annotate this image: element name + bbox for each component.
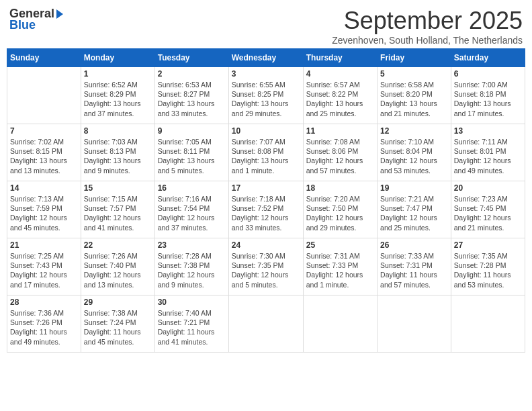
day-number: 2 (158, 69, 226, 79)
day-number: 6 (454, 69, 522, 79)
day-number: 15 (84, 183, 152, 193)
day-number: 25 (306, 240, 374, 250)
day-number: 5 (380, 69, 448, 79)
day-number: 21 (10, 240, 78, 250)
day-info: Sunrise: 7:08 AM Sunset: 8:06 PM Dayligh… (306, 137, 374, 175)
title-area: September 2025 Zevenhoven, South Holland… (332, 7, 523, 46)
day-number: 22 (84, 240, 152, 250)
day-info: Sunrise: 7:03 AM Sunset: 8:13 PM Dayligh… (84, 137, 152, 175)
weekday-header: Monday (81, 49, 154, 67)
calendar-cell: 4Sunrise: 6:57 AM Sunset: 8:22 PM Daylig… (303, 67, 377, 124)
day-info: Sunrise: 7:00 AM Sunset: 8:18 PM Dayligh… (454, 80, 522, 118)
day-info: Sunrise: 7:02 AM Sunset: 8:15 PM Dayligh… (10, 137, 78, 175)
calendar-cell: 25Sunrise: 7:31 AM Sunset: 7:33 PM Dayli… (303, 238, 377, 295)
calendar-cell: 30Sunrise: 7:40 AM Sunset: 7:21 PM Dayli… (154, 295, 228, 353)
day-number: 30 (158, 298, 226, 307)
day-info: Sunrise: 7:28 AM Sunset: 7:38 PM Dayligh… (158, 251, 226, 289)
calendar-cell: 22Sunrise: 7:26 AM Sunset: 7:40 PM Dayli… (81, 238, 154, 295)
day-number: 3 (232, 69, 300, 79)
calendar-cell: 12Sunrise: 7:10 AM Sunset: 8:04 PM Dayli… (378, 124, 451, 181)
calendar-cell (378, 295, 451, 353)
calendar-cell (303, 295, 377, 353)
calendar-cell: 14Sunrise: 7:13 AM Sunset: 7:59 PM Dayli… (7, 181, 81, 238)
day-info: Sunrise: 7:40 AM Sunset: 7:21 PM Dayligh… (158, 308, 226, 347)
logo-arrow-icon (56, 9, 63, 19)
calendar-cell: 10Sunrise: 7:07 AM Sunset: 8:08 PM Dayli… (228, 124, 303, 181)
calendar-cell: 24Sunrise: 7:30 AM Sunset: 7:35 PM Dayli… (228, 238, 303, 295)
day-number: 16 (158, 183, 226, 193)
logo: General Blue (9, 7, 63, 32)
calendar-week-row: 14Sunrise: 7:13 AM Sunset: 7:59 PM Dayli… (7, 181, 525, 238)
weekday-header: Friday (378, 49, 451, 67)
calendar-cell: 20Sunrise: 7:23 AM Sunset: 7:45 PM Dayli… (451, 181, 525, 238)
calendar-week-row: 1Sunrise: 6:52 AM Sunset: 8:29 PM Daylig… (7, 67, 525, 124)
calendar-cell: 16Sunrise: 7:16 AM Sunset: 7:54 PM Dayli… (154, 181, 228, 238)
calendar-cell: 6Sunrise: 7:00 AM Sunset: 8:18 PM Daylig… (451, 67, 525, 124)
day-number: 29 (84, 298, 152, 307)
weekday-header: Sunday (7, 49, 81, 67)
day-info: Sunrise: 6:55 AM Sunset: 8:25 PM Dayligh… (232, 80, 300, 118)
calendar-cell: 23Sunrise: 7:28 AM Sunset: 7:38 PM Dayli… (154, 238, 228, 295)
calendar-cell: 8Sunrise: 7:03 AM Sunset: 8:13 PM Daylig… (81, 124, 154, 181)
day-info: Sunrise: 7:21 AM Sunset: 7:47 PM Dayligh… (380, 194, 448, 232)
calendar-cell: 18Sunrise: 7:20 AM Sunset: 7:50 PM Dayli… (303, 181, 377, 238)
day-info: Sunrise: 7:18 AM Sunset: 7:52 PM Dayligh… (232, 194, 300, 232)
day-info: Sunrise: 7:35 AM Sunset: 7:28 PM Dayligh… (454, 251, 522, 289)
day-number: 14 (10, 183, 78, 193)
day-number: 1 (84, 69, 152, 79)
weekday-header: Tuesday (154, 49, 228, 67)
calendar-cell: 2Sunrise: 6:53 AM Sunset: 8:27 PM Daylig… (154, 67, 228, 124)
day-number: 12 (380, 126, 448, 136)
day-number: 17 (232, 183, 300, 193)
day-info: Sunrise: 7:33 AM Sunset: 7:31 PM Dayligh… (380, 251, 448, 289)
day-info: Sunrise: 7:30 AM Sunset: 7:35 PM Dayligh… (232, 251, 300, 289)
calendar-header-row: SundayMondayTuesdayWednesdayThursdayFrid… (7, 49, 525, 67)
weekday-header: Thursday (303, 49, 377, 67)
day-info: Sunrise: 6:52 AM Sunset: 8:29 PM Dayligh… (84, 80, 152, 118)
logo-blue: Blue (9, 18, 36, 32)
day-info: Sunrise: 7:15 AM Sunset: 7:57 PM Dayligh… (84, 194, 152, 232)
day-number: 7 (10, 126, 78, 136)
day-info: Sunrise: 7:13 AM Sunset: 7:59 PM Dayligh… (10, 194, 78, 232)
day-number: 13 (454, 126, 522, 136)
day-number: 24 (232, 240, 300, 250)
calendar-cell: 11Sunrise: 7:08 AM Sunset: 8:06 PM Dayli… (303, 124, 377, 181)
day-number: 4 (306, 69, 374, 79)
calendar-cell: 13Sunrise: 7:11 AM Sunset: 8:01 PM Dayli… (451, 124, 525, 181)
day-info: Sunrise: 7:25 AM Sunset: 7:43 PM Dayligh… (10, 251, 78, 289)
day-number: 9 (158, 126, 226, 136)
day-info: Sunrise: 6:58 AM Sunset: 8:20 PM Dayligh… (380, 80, 448, 118)
calendar-week-row: 21Sunrise: 7:25 AM Sunset: 7:43 PM Dayli… (7, 238, 525, 295)
calendar-table: SundayMondayTuesdayWednesdayThursdayFrid… (7, 48, 525, 353)
day-info: Sunrise: 7:16 AM Sunset: 7:54 PM Dayligh… (158, 194, 226, 232)
day-number: 11 (306, 126, 374, 136)
calendar-cell: 21Sunrise: 7:25 AM Sunset: 7:43 PM Dayli… (7, 238, 81, 295)
calendar-cell: 7Sunrise: 7:02 AM Sunset: 8:15 PM Daylig… (7, 124, 81, 181)
day-number: 26 (380, 240, 448, 250)
calendar-cell: 15Sunrise: 7:15 AM Sunset: 7:57 PM Dayli… (81, 181, 154, 238)
calendar-cell (228, 295, 303, 353)
calendar-cell: 19Sunrise: 7:21 AM Sunset: 7:47 PM Dayli… (378, 181, 451, 238)
day-info: Sunrise: 7:05 AM Sunset: 8:11 PM Dayligh… (158, 137, 226, 175)
day-number: 18 (306, 183, 374, 193)
calendar-cell: 26Sunrise: 7:33 AM Sunset: 7:31 PM Dayli… (378, 238, 451, 295)
day-info: Sunrise: 7:20 AM Sunset: 7:50 PM Dayligh… (306, 194, 374, 232)
day-info: Sunrise: 6:57 AM Sunset: 8:22 PM Dayligh… (306, 80, 374, 118)
day-info: Sunrise: 7:07 AM Sunset: 8:08 PM Dayligh… (232, 137, 300, 175)
day-number: 8 (84, 126, 152, 136)
weekday-header: Saturday (451, 49, 525, 67)
day-info: Sunrise: 7:23 AM Sunset: 7:45 PM Dayligh… (454, 194, 522, 232)
month-title: September 2025 (332, 7, 523, 35)
day-number: 19 (380, 183, 448, 193)
calendar-cell: 9Sunrise: 7:05 AM Sunset: 8:11 PM Daylig… (154, 124, 228, 181)
calendar-cell: 3Sunrise: 6:55 AM Sunset: 8:25 PM Daylig… (228, 67, 303, 124)
calendar-week-row: 7Sunrise: 7:02 AM Sunset: 8:15 PM Daylig… (7, 124, 525, 181)
calendar-cell: 29Sunrise: 7:38 AM Sunset: 7:24 PM Dayli… (81, 295, 154, 353)
calendar-week-row: 28Sunrise: 7:36 AM Sunset: 7:26 PM Dayli… (7, 295, 525, 353)
day-number: 10 (232, 126, 300, 136)
day-info: Sunrise: 7:10 AM Sunset: 8:04 PM Dayligh… (380, 137, 448, 175)
day-info: Sunrise: 6:53 AM Sunset: 8:27 PM Dayligh… (158, 80, 226, 118)
day-number: 27 (454, 240, 522, 250)
day-number: 23 (158, 240, 226, 250)
day-info: Sunrise: 7:11 AM Sunset: 8:01 PM Dayligh… (454, 137, 522, 175)
